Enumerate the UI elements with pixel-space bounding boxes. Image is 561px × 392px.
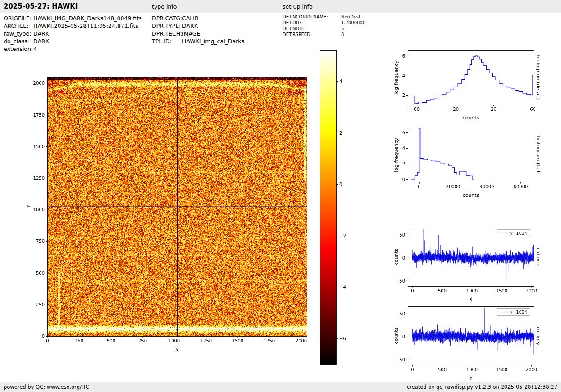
histogram-full-canvas bbox=[387, 123, 540, 191]
info-row: extension:4 bbox=[4, 45, 142, 53]
cut-x-legend-label: y=1024 bbox=[510, 231, 527, 236]
info-value: NonDest bbox=[341, 14, 360, 19]
info-value: IMAGE bbox=[182, 30, 200, 37]
info-row: DET.NDIT:5 bbox=[283, 26, 365, 32]
info-label: ARCFILE: bbox=[4, 22, 33, 30]
cut-y-legend: x=1024 bbox=[497, 308, 530, 316]
info-row: ORIGFILE:HAWKI_IMG_DARK_Darks148_0049.fi… bbox=[4, 14, 142, 22]
type-info-block: DPR.CATG:CALIBDPR.TYPE:DARKDPR.TECH:IMAG… bbox=[152, 14, 244, 45]
footer-powered-by: powered by QC: www.eso.org/HC bbox=[4, 384, 89, 390]
legend-line-icon bbox=[500, 233, 508, 233]
cut-y-legend-label: x=1024 bbox=[510, 310, 527, 315]
hist-detail-xaxis-label: counts bbox=[463, 115, 479, 121]
cut-x-xaxis-label: X bbox=[469, 296, 473, 302]
info-value: DARK bbox=[182, 23, 198, 29]
info-row: DET.DIT:1.7000000 bbox=[283, 20, 365, 26]
info-row: DPR.TECH:IMAGE bbox=[152, 30, 244, 37]
hist-full-side-label: histogram (full) bbox=[535, 136, 541, 174]
info-value: HAWKI_img_cal_Darks bbox=[182, 38, 244, 45]
info-label: ORIGFILE: bbox=[4, 14, 33, 22]
hist-full-yaxis-label: log frequency bbox=[393, 138, 399, 172]
info-label: DET.DIT: bbox=[283, 20, 341, 26]
info-row: TPL.ID:HAWKI_img_cal_Darks bbox=[152, 37, 244, 45]
main-xaxis-label: X bbox=[175, 347, 179, 353]
info-value: 1.7000000 bbox=[341, 20, 365, 25]
histogram-detail-canvas bbox=[387, 46, 540, 114]
setup-info-block: DET.NCORRS.NAME:NonDestDET.DIT:1.7000000… bbox=[283, 14, 365, 37]
header-bar: 2025-05-27: HAWKI type info set-up info bbox=[0, 0, 561, 13]
info-label: do_class: bbox=[4, 37, 33, 45]
cut-x-side-label: cut in x bbox=[535, 248, 541, 266]
file-info-block: ORIGFILE:HAWKI_IMG_DARK_Darks148_0049.fi… bbox=[4, 14, 142, 53]
info-row: ARCFILE:HAWKI.2025-05-28T11:05:24.871.fi… bbox=[4, 22, 142, 30]
info-value: DARK bbox=[33, 30, 49, 37]
cut-y-side-label: cut in y bbox=[535, 327, 541, 345]
info-label: DET.RSPEED: bbox=[283, 32, 341, 37]
footer-bar: powered by QC: www.eso.org/HC created by… bbox=[0, 382, 561, 392]
cut-x-yaxis-label: counts bbox=[393, 249, 399, 265]
hist-detail-yaxis-label: log frequency bbox=[393, 60, 399, 94]
info-row: DPR.CATG:CALIB bbox=[152, 14, 244, 22]
qc-report-page: 2025-05-27: HAWKI type info set-up info … bbox=[0, 0, 561, 392]
info-label: TPL.ID: bbox=[152, 37, 182, 45]
type-info-heading: type info bbox=[152, 3, 177, 10]
info-label: DET.NDIT: bbox=[283, 26, 341, 32]
info-row: do_class:DARK bbox=[4, 37, 142, 45]
info-label: DPR.TYPE: bbox=[152, 22, 182, 30]
colorbar-canvas bbox=[320, 50, 356, 366]
info-row: DET.RSPEED:8 bbox=[283, 32, 365, 37]
footer-created-by: created by qc_rawdisp.py v1.2.3 on 2025-… bbox=[407, 384, 557, 390]
info-label: DPR.TECH: bbox=[152, 30, 182, 37]
legend-line-icon bbox=[500, 312, 508, 312]
raw-image-canvas bbox=[25, 65, 322, 358]
info-value: 8 bbox=[341, 32, 344, 37]
setup-info-heading: set-up info bbox=[283, 3, 313, 10]
info-value: DARK bbox=[33, 38, 49, 45]
info-value: HAWKI.2025-05-28T11:05:24.871.fits bbox=[33, 23, 138, 29]
hist-detail-side-label: histogram (detail) bbox=[535, 55, 541, 100]
cut-x-legend: y=1024 bbox=[497, 229, 530, 237]
cut-y-yaxis-label: counts bbox=[393, 328, 399, 344]
page-title: 2025-05-27: HAWKI bbox=[4, 2, 78, 10]
info-row: raw_type:DARK bbox=[4, 30, 142, 37]
info-label: extension: bbox=[4, 45, 33, 53]
info-value: 4 bbox=[33, 46, 37, 52]
info-value: 5 bbox=[341, 26, 344, 31]
info-label: raw_type: bbox=[4, 30, 33, 37]
info-label: DPR.CATG: bbox=[152, 14, 182, 22]
info-row: DET.NCORRS.NAME:NonDest bbox=[283, 14, 365, 20]
info-label: DET.NCORRS.NAME: bbox=[283, 14, 341, 20]
info-value: HAWKI_IMG_DARK_Darks148_0049.fits bbox=[33, 15, 142, 22]
main-yaxis-label: Y bbox=[26, 205, 32, 208]
info-value: CALIB bbox=[182, 15, 199, 22]
hist-full-xaxis-label: counts bbox=[463, 192, 479, 198]
cut-y-xaxis-label: Y bbox=[470, 375, 473, 381]
info-row: DPR.TYPE:DARK bbox=[152, 22, 244, 30]
